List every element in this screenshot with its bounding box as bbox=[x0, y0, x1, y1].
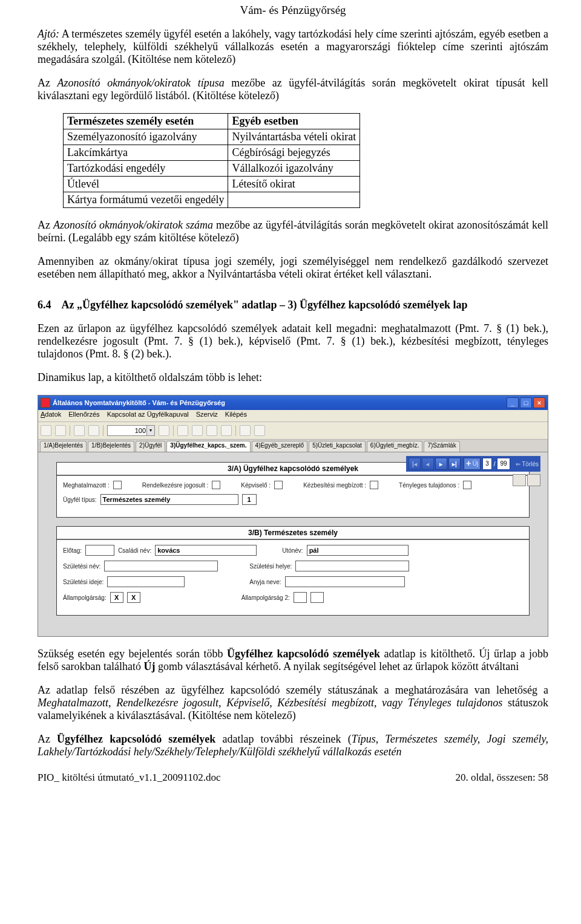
zoom-select[interactable]: 100 ▾ bbox=[107, 425, 155, 436]
cell: Cégbírósági bejegyzés bbox=[228, 145, 360, 161]
label-csaladi: Családi név: bbox=[118, 547, 151, 554]
corner-button[interactable] bbox=[513, 474, 526, 486]
text-start: Az bbox=[38, 219, 53, 231]
field-elotag[interactable] bbox=[85, 545, 114, 556]
label-allampolgarsag: Állampolgárság: bbox=[63, 594, 107, 601]
toolbar-icon[interactable] bbox=[41, 425, 51, 436]
label-szuletesiideje: Születési ideje: bbox=[63, 579, 103, 585]
tab-4[interactable]: 4)Egyéb_szereplő bbox=[252, 441, 308, 452]
label-allampolgarsag2: Állampolgárság 2: bbox=[241, 594, 290, 601]
label-meghatalmazott: Meghatalmazott : bbox=[63, 482, 110, 489]
toolbar: 100 ▾ bbox=[38, 422, 548, 440]
txt-bold: Ügyfélhez kapcsolódó személyek bbox=[227, 648, 380, 660]
text-em: Azonosító okmányok/okiratok száma bbox=[53, 219, 213, 231]
menu-kapcsolat[interactable]: Kapcsolat az Ügyfélkapuval bbox=[107, 411, 189, 421]
th-2: Egyéb esetben bbox=[228, 114, 360, 129]
pager-last-icon[interactable]: ▸| bbox=[448, 458, 461, 470]
tab-3[interactable]: 3)Ügyfélhez_kapcs._szem. bbox=[166, 441, 250, 452]
section-heading: Az „Ügyfélhez kapcsolódó személyek" adat… bbox=[62, 299, 468, 311]
pager-new-button[interactable]: ✚ Új bbox=[464, 458, 481, 470]
tab-6[interactable]: 6)Ügyleti_megbíz. bbox=[367, 441, 423, 452]
txt-bold: Új bbox=[143, 660, 155, 672]
label-kepviselo: Képviselő : bbox=[241, 482, 271, 489]
field-allampolgarsag-code2[interactable]: X bbox=[127, 592, 140, 603]
toolbar-icon[interactable] bbox=[159, 425, 169, 436]
txt: Az adatlap felső részében az ügyfélhez k… bbox=[38, 684, 548, 696]
checkbox-kepviselo[interactable] bbox=[274, 481, 283, 489]
cell bbox=[228, 192, 360, 208]
field-szuletesnev[interactable] bbox=[104, 561, 218, 571]
close-icon[interactable]: × bbox=[533, 397, 545, 408]
paragraph-adatlap-felso: Az adatlap felső részében az ügyfélhez k… bbox=[38, 684, 548, 722]
toolbar-icon[interactable] bbox=[88, 425, 99, 436]
cell: Lakcímkártya bbox=[64, 145, 228, 161]
tab-2[interactable]: 2)Ügyfél bbox=[136, 441, 165, 452]
field-szuletesihely[interactable] bbox=[295, 561, 409, 571]
zoom-value: 100 bbox=[135, 427, 146, 434]
checkbox-meghatalmazott[interactable] bbox=[113, 481, 122, 489]
toolbar-icon[interactable] bbox=[74, 425, 85, 436]
checkbox-kezbesitesi[interactable] bbox=[370, 481, 378, 489]
toolbar-icon[interactable] bbox=[206, 425, 217, 436]
menu-ellenorzes[interactable]: Ellenőrzés bbox=[68, 411, 99, 421]
text-start: Az bbox=[38, 77, 57, 89]
menu-adatok[interactable]: Adatok bbox=[41, 411, 61, 421]
page-header: Vám- és Pénzügyőrség bbox=[38, 4, 548, 17]
tab-1b[interactable]: 1/B)Bejelentés bbox=[88, 441, 134, 452]
checkbox-rendelkezesrejogosult[interactable] bbox=[212, 481, 220, 489]
table-row: LakcímkártyaCégbírósági bejegyzés bbox=[64, 145, 360, 161]
toolbar-icon[interactable] bbox=[55, 425, 66, 436]
checkbox-tenyleges[interactable] bbox=[463, 481, 471, 489]
field-csaladi[interactable]: kovács bbox=[155, 545, 257, 556]
field-szuletesiideje[interactable] bbox=[107, 576, 185, 587]
toolbar-icon[interactable] bbox=[177, 425, 188, 436]
tab-1a[interactable]: 1/A)Bejelentés bbox=[40, 441, 87, 452]
paragraph-urlapon: Ezen az űrlapon az ügyfélhez kapcsolódó … bbox=[38, 322, 548, 360]
cell: Útlevél bbox=[64, 177, 228, 192]
maximize-icon[interactable]: □ bbox=[520, 397, 532, 408]
pager-prev-icon[interactable]: ◂ bbox=[422, 458, 434, 470]
pager-next-icon[interactable]: ▸ bbox=[435, 458, 447, 470]
field-anyjaneve[interactable] bbox=[285, 576, 405, 587]
toolbar-icon[interactable] bbox=[221, 425, 232, 436]
tab-7[interactable]: 7)Számlák bbox=[424, 441, 459, 452]
pager-delete-button[interactable]: ⇐ Törlés bbox=[516, 461, 539, 467]
text-ajto: A természetes személy ügyfél esetén a la… bbox=[38, 28, 548, 65]
pager-first-icon[interactable]: |◂ bbox=[409, 458, 421, 470]
table-row: Kártya formátumú vezetői engedély bbox=[64, 192, 360, 208]
menu-szerviz[interactable]: Szerviz bbox=[196, 411, 218, 421]
txt: gomb választásával kérhető. A nyilak seg… bbox=[155, 660, 519, 672]
panel-3b-title: 3/B) Természetes személy bbox=[57, 527, 529, 540]
table-row: ÚtlevélLétesítő okirat bbox=[64, 177, 360, 192]
toolbar-icon[interactable] bbox=[192, 425, 203, 436]
tab-5[interactable]: 5)Üzleti_kapcsolat bbox=[309, 441, 366, 452]
field-utonev[interactable]: pál bbox=[307, 545, 409, 556]
txt-bold: Ügyfélhez kapcsolódó személyek bbox=[57, 733, 215, 745]
txt-italic: Meghatalmazott, Rendelkezésre jogosult, … bbox=[38, 697, 502, 709]
separator bbox=[235, 425, 236, 436]
separator bbox=[70, 425, 70, 436]
txt: Szükség esetén egy bejelentés során több bbox=[38, 648, 227, 660]
label-ugyfel-tipus: Ügyfél típus: bbox=[63, 496, 97, 503]
chevron-down-icon[interactable]: ▾ bbox=[146, 426, 154, 435]
paragraph-ajto: Ajtó: A természetes személy ügyfél eseté… bbox=[38, 28, 548, 66]
menubar: Adatok Ellenőrzés Kapcsolat az Ügyfélkap… bbox=[38, 410, 548, 422]
paragraph-azon-tipus: Az Azonosító okmányok/okiratok típusa me… bbox=[38, 77, 548, 102]
toolbar-icon[interactable] bbox=[254, 425, 265, 436]
field-ugyfel-tipus[interactable]: Természetes személy bbox=[100, 494, 238, 505]
txt: , bbox=[376, 733, 386, 745]
label-tenyleges: Tényleges tulajdonos : bbox=[399, 482, 459, 489]
field-allampolgarsag-code1[interactable]: X bbox=[110, 592, 123, 603]
table-row: Tartózkodási engedélyVállalkozói igazolv… bbox=[64, 161, 360, 177]
field-ugyfel-tipus-code[interactable]: 1 bbox=[242, 494, 257, 505]
corner-button[interactable] bbox=[527, 474, 540, 486]
toolbar-icon[interactable] bbox=[240, 425, 251, 436]
field-allampolgarsag2-code2[interactable] bbox=[310, 592, 324, 603]
field-allampolgarsag2-code1[interactable] bbox=[294, 592, 307, 603]
pager-total: 99 bbox=[497, 458, 510, 470]
label-szuletesihely: Születési helye: bbox=[249, 563, 292, 570]
minimize-icon[interactable]: _ bbox=[507, 397, 519, 408]
menu-kilepes[interactable]: Kilépés bbox=[225, 411, 247, 421]
titlebar[interactable]: Általános Nyomtatványkitöltő - Vám- és P… bbox=[38, 395, 548, 410]
pager-pos[interactable]: 3 bbox=[482, 458, 492, 470]
